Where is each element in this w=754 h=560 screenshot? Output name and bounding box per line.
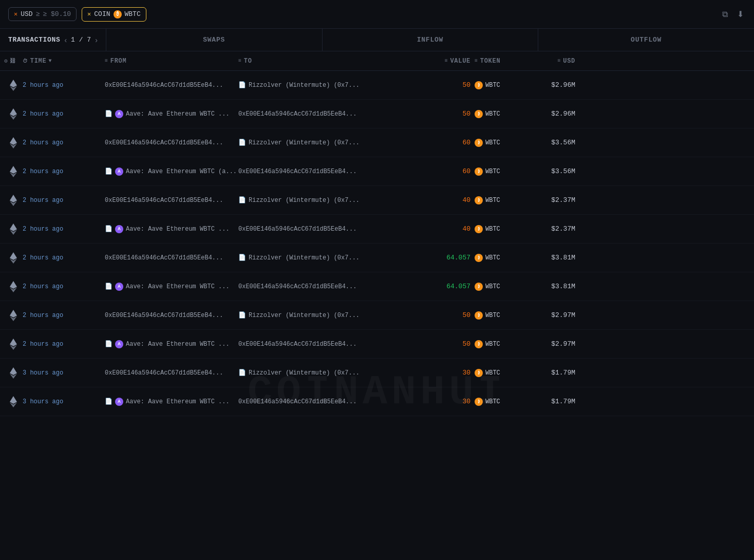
eth-chain-icon [4, 108, 23, 120]
to-address: Rizzolver (Wintermute) (0x7... [249, 197, 360, 204]
usd-label: USD [563, 58, 575, 65]
filter-chips: ✕ USD ≥ ≥ $0.10 ✕ COIN ₿ WBTC [8, 7, 146, 22]
top-bar-actions: ⧉ ⬇ [720, 7, 746, 21]
download-button[interactable]: ⬇ [735, 7, 746, 21]
to-address: Rizzolver (Wintermute) (0x7... [249, 254, 360, 262]
from-cell[interactable]: 0xE00E146a5946cAcC67d1dB5EeB4... [105, 82, 238, 89]
token-cell: ₿WBTC [475, 369, 526, 377]
to-cell[interactable]: 📄Rizzolver (Wintermute) (0x7... [238, 81, 413, 89]
nav-tabs: SWAPS INFLOW OUTFLOW [106, 29, 754, 51]
doc-icon: 📄 [105, 340, 112, 348]
usd-filter-chip[interactable]: ✕ USD ≥ ≥ $0.10 [8, 7, 77, 21]
from-address: 0xE00E146a5946cAcC67d1dB5EeB4... [105, 369, 223, 377]
to-cell[interactable]: 0xE00E146a5946cAcC67d1dB5EeB4... [238, 226, 413, 233]
to-cell[interactable]: 📄Rizzolver (Wintermute) (0x7... [238, 369, 413, 377]
from-cell[interactable]: 📄AAave: Aave Ethereum WBTC ... [105, 340, 238, 348]
col-header-from[interactable]: ≡ FROM [105, 58, 238, 65]
time-cell: 2 hours ago [23, 197, 105, 204]
prev-page-button[interactable]: ‹ [64, 36, 67, 44]
table-row[interactable]: 3 hours ago📄AAave: Aave Ethereum WBTC ..… [0, 387, 754, 416]
col-header-usd[interactable]: ≡ USD [526, 58, 577, 65]
from-cell[interactable]: 📄AAave: Aave Ethereum WBTC ... [105, 398, 238, 406]
from-cell[interactable]: 0xE00E146a5946cAcC67d1dB5EeB4... [105, 312, 238, 319]
to-cell[interactable]: 📄Rizzolver (Wintermute) (0x7... [238, 196, 413, 204]
doc-icon: 📄 [238, 81, 246, 89]
col-header-to[interactable]: ≡ TO [238, 58, 413, 65]
aave-badge: A [115, 167, 123, 176]
from-address: 0xE00E146a5946cAcC67d1dB5EeB4... [105, 139, 223, 146]
from-cell[interactable]: 📄AAave: Aave Ethereum WBTC ... [105, 283, 238, 291]
table-row[interactable]: 2 hours ago0xE00E146a5946cAcC67d1dB5EeB4… [0, 301, 754, 330]
wbtc-token-icon: ₿ [475, 283, 483, 291]
wbtc-token-icon: ₿ [475, 196, 483, 204]
filter-icon: ⚙ [4, 58, 8, 64]
eth-chain-icon [4, 339, 23, 350]
table-row[interactable]: 2 hours ago📄AAave: Aave Ethereum WBTC ..… [0, 330, 754, 359]
col-header-value[interactable]: ≡ VALUE [413, 58, 475, 65]
token-cell: ₿WBTC [475, 196, 526, 204]
usd-filter-close[interactable]: ✕ [14, 10, 17, 18]
to-cell[interactable]: 📄Rizzolver (Wintermute) (0x7... [238, 254, 413, 262]
from-cell[interactable]: 📄AAave: Aave Ethereum WBTC (a... [105, 167, 238, 176]
table-row[interactable]: 2 hours ago0xE00E146a5946cAcC67d1dB5EeB4… [0, 128, 754, 157]
tab-outflow[interactable]: OUTFLOW [538, 29, 754, 51]
table-row[interactable]: 3 hours ago0xE00E146a5946cAcC67d1dB5EeB4… [0, 359, 754, 387]
usd-cell: $1.79M [526, 369, 577, 377]
wbtc-token-icon: ₿ [475, 110, 483, 118]
to-cell[interactable]: 📄Rizzolver (Wintermute) (0x7... [238, 139, 413, 146]
from-cell[interactable]: 0xE00E146a5946cAcC67d1dB5EeB4... [105, 197, 238, 204]
token-cell: ₿WBTC [475, 340, 526, 348]
table-row[interactable]: 2 hours ago📄AAave: Aave Ethereum WBTC ..… [0, 100, 754, 128]
token-name: WBTC [485, 226, 500, 233]
coin-filter-value: WBTC [125, 10, 141, 18]
col-header-time[interactable]: ⏱ TIME ▼ [23, 58, 105, 65]
from-cell[interactable]: 0xE00E146a5946cAcC67d1dB5EeB4... [105, 369, 238, 377]
time-filter-icon: ⏱ [23, 58, 28, 64]
from-cell[interactable]: 0xE00E146a5946cAcC67d1dB5EeB4... [105, 254, 238, 262]
doc-icon: 📄 [105, 398, 112, 405]
coin-filter-close[interactable]: ✕ [87, 10, 91, 18]
token-cell: ₿WBTC [475, 81, 526, 89]
time-cell: 2 hours ago [23, 226, 105, 233]
to-address: 0xE00E146a5946cAcC67d1dB5EeB4... [238, 341, 356, 348]
token-label: TOKEN [480, 58, 501, 65]
wbtc-token-icon: ₿ [475, 139, 483, 147]
coin-filter-label: COIN [94, 10, 110, 18]
from-cell[interactable]: 📄AAave: Aave Ethereum WBTC ... [105, 110, 238, 118]
to-cell[interactable]: 0xE00E146a5946cAcC67d1dB5EeB4... [238, 341, 413, 348]
token-name: WBTC [485, 369, 500, 377]
tab-inflow[interactable]: INFLOW [323, 29, 539, 51]
to-cell[interactable]: 0xE00E146a5946cAcC67d1dB5EeB4... [238, 398, 413, 405]
token-cell: ₿WBTC [475, 254, 526, 262]
wbtc-token-icon: ₿ [475, 398, 483, 406]
tab-swaps[interactable]: SWAPS [106, 29, 323, 51]
usd-cell: $2.37M [526, 225, 577, 233]
to-cell[interactable]: 0xE00E146a5946cAcC67d1dB5EeB4... [238, 168, 413, 175]
wbtc-token-icon: ₿ [475, 225, 483, 233]
token-name: WBTC [485, 254, 500, 262]
table-row[interactable]: 2 hours ago0xE00E146a5946cAcC67d1dB5EeB4… [0, 71, 754, 100]
copy-button[interactable]: ⧉ [720, 8, 730, 21]
coin-filter-chip[interactable]: ✕ COIN ₿ WBTC [82, 7, 146, 22]
top-bar: ✕ USD ≥ ≥ $0.10 ✕ COIN ₿ WBTC ⧉ ⬇ [0, 0, 754, 29]
time-cell: 2 hours ago [23, 168, 105, 175]
eth-chain-icon [4, 396, 23, 407]
to-cell[interactable]: 0xE00E146a5946cAcC67d1dB5EeB4... [238, 283, 413, 290]
from-cell[interactable]: 0xE00E146a5946cAcC67d1dB5EeB4... [105, 139, 238, 146]
next-page-button[interactable]: › [95, 36, 98, 44]
value-cell: 60 [413, 167, 475, 175]
from-cell[interactable]: 📄AAave: Aave Ethereum WBTC ... [105, 225, 238, 233]
transactions-nav: TRANSACTIONS ‹ 1 / 7 › [0, 29, 106, 51]
col-header-token[interactable]: ≡ TOKEN [475, 58, 526, 65]
to-address: 0xE00E146a5946cAcC67d1dB5EeB4... [238, 283, 356, 290]
table-row[interactable]: 2 hours ago📄AAave: Aave Ethereum WBTC (a… [0, 157, 754, 186]
doc-icon: 📄 [105, 225, 112, 233]
table-row[interactable]: 2 hours ago📄AAave: Aave Ethereum WBTC ..… [0, 215, 754, 244]
table-row[interactable]: 2 hours ago0xE00E146a5946cAcC67d1dB5EeB4… [0, 186, 754, 215]
to-cell[interactable]: 📄Rizzolver (Wintermute) (0x7... [238, 311, 413, 319]
token-cell: ₿WBTC [475, 139, 526, 147]
value-cell: 50 [413, 81, 475, 89]
table-row[interactable]: 2 hours ago📄AAave: Aave Ethereum WBTC ..… [0, 272, 754, 301]
table-row[interactable]: 2 hours ago0xE00E146a5946cAcC67d1dB5EeB4… [0, 244, 754, 272]
to-cell[interactable]: 0xE00E146a5946cAcC67d1dB5EeB4... [238, 110, 413, 118]
